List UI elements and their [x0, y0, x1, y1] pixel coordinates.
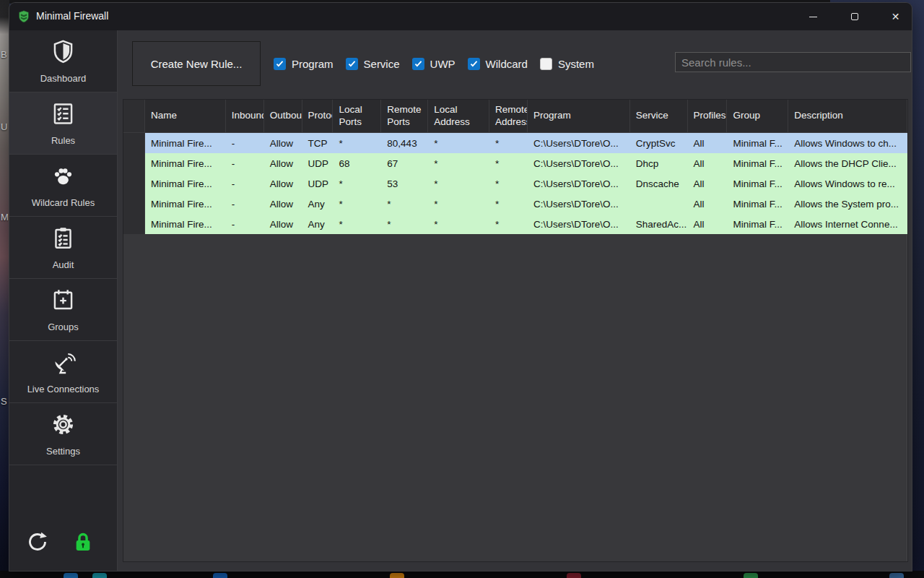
checkbox-checked-icon[interactable] — [274, 58, 286, 70]
column-header-outbound[interactable]: Outbound — [264, 100, 302, 132]
table-cell-program[interactable]: C:\Users\DTore\O... — [528, 194, 630, 214]
table-cell-service[interactable]: Dhcp — [630, 153, 688, 173]
table-cell-description[interactable]: Allows Windows to re... — [788, 173, 907, 194]
table-cell-name[interactable]: Minimal Fire... — [145, 214, 226, 234]
table-cell-name[interactable]: Minimal Fire... — [145, 153, 226, 173]
table-cell-inbound[interactable]: - — [226, 153, 264, 173]
filter-checkbox-program[interactable]: Program — [274, 58, 334, 70]
close-button[interactable]: ✕ — [875, 3, 912, 30]
table-cell-protocol[interactable]: UDP — [302, 153, 334, 173]
table-cell-local-address[interactable]: * — [428, 133, 489, 153]
filter-checkbox-service[interactable]: Service — [346, 58, 400, 70]
row-selector-cell[interactable] — [123, 133, 145, 153]
table-cell-remote-address[interactable]: * — [489, 133, 528, 153]
column-header-program[interactable]: Program — [528, 100, 630, 132]
table-cell-profiles[interactable]: All — [688, 214, 728, 234]
table-cell-outbound[interactable]: Allow — [264, 194, 302, 214]
table-cell-protocol[interactable]: TCP — [302, 133, 334, 153]
column-header-profiles[interactable]: Profiles — [688, 100, 728, 132]
table-cell-group[interactable]: Minimal F... — [727, 173, 788, 194]
table-cell-group[interactable]: Minimal F... — [727, 153, 788, 173]
taskbar-icon[interactable] — [213, 573, 227, 578]
table-cell-remote-address[interactable]: * — [489, 173, 528, 194]
table-cell-local-address[interactable]: * — [428, 173, 489, 194]
table-cell-remote-ports[interactable]: 67 — [381, 153, 428, 173]
refresh-button[interactable] — [25, 529, 51, 555]
table-cell-remote-address[interactable]: * — [489, 214, 528, 234]
table-cell-outbound[interactable]: Allow — [264, 153, 302, 173]
row-selector-header[interactable] — [123, 100, 145, 132]
row-selector-cell[interactable] — [123, 214, 145, 234]
sidebar-item-audit[interactable]: Audit — [9, 217, 117, 279]
column-header-remote-ports[interactable]: Remote Ports — [381, 100, 428, 132]
table-cell-outbound[interactable]: Allow — [264, 214, 302, 234]
table-cell-protocol[interactable]: UDP — [302, 173, 334, 194]
sidebar-item-settings[interactable]: Settings — [9, 403, 117, 465]
table-cell-service[interactable]: CryptSvc — [630, 133, 688, 153]
filter-checkbox-wildcard[interactable]: Wildcard — [468, 58, 528, 70]
table-cell-inbound[interactable]: - — [226, 133, 264, 153]
table-cell-program[interactable]: C:\Users\DTore\O... — [528, 133, 630, 153]
table-cell-remote-ports[interactable]: 80,443 — [381, 133, 428, 153]
taskbar-icon[interactable] — [889, 573, 904, 578]
row-selector-cell[interactable] — [123, 153, 145, 173]
table-cell-protocol[interactable]: Any — [302, 214, 334, 234]
table-cell-program[interactable]: C:\Users\DTore\O... — [528, 173, 630, 194]
table-cell-remote-address[interactable]: * — [489, 153, 528, 173]
table-cell-inbound[interactable]: - — [226, 194, 264, 214]
filter-checkbox-system[interactable]: System — [540, 58, 594, 70]
lock-status-button[interactable] — [71, 530, 95, 553]
sidebar-item-rules[interactable]: Rules — [9, 92, 117, 155]
taskbar-icon[interactable] — [744, 573, 758, 578]
table-cell-inbound[interactable]: - — [226, 214, 264, 234]
checkbox-checked-icon[interactable] — [468, 58, 480, 70]
filter-checkbox-uwp[interactable]: UWP — [412, 58, 456, 70]
table-cell-description[interactable]: Allows the System pro... — [788, 194, 907, 214]
table-row[interactable]: Minimal Fire...-AllowTCP*80,443**C:\User… — [123, 133, 907, 153]
table-cell-name[interactable]: Minimal Fire... — [145, 194, 226, 214]
table-cell-description[interactable]: Allows Internet Conne... — [788, 214, 907, 234]
table-cell-outbound[interactable]: Allow — [264, 133, 302, 153]
column-header-remote-address[interactable]: Remote Address — [489, 100, 528, 132]
checkbox-checked-icon[interactable] — [412, 58, 424, 70]
table-cell-service[interactable] — [630, 194, 688, 214]
create-new-rule-button[interactable]: Create New Rule... — [132, 41, 261, 86]
table-cell-remote-ports[interactable]: * — [381, 214, 428, 234]
table-cell-local-ports[interactable]: 68 — [333, 153, 381, 173]
search-input[interactable] — [675, 52, 911, 72]
column-header-inbound[interactable]: Inbound — [226, 100, 264, 132]
table-cell-local-ports[interactable]: * — [333, 194, 381, 214]
column-header-local-ports[interactable]: Local Ports — [333, 100, 381, 132]
table-cell-outbound[interactable]: Allow — [264, 173, 302, 194]
table-cell-protocol[interactable]: Any — [302, 194, 334, 214]
table-row[interactable]: Minimal Fire...-AllowAny****C:\Users\DTo… — [123, 214, 907, 234]
sidebar-item-wildcard-rules[interactable]: Wildcard Rules — [9, 155, 117, 217]
table-cell-inbound[interactable]: - — [226, 173, 264, 194]
column-header-group[interactable]: Group — [727, 100, 788, 132]
table-cell-local-address[interactable]: * — [428, 194, 489, 214]
column-header-local-address[interactable]: Local Address — [428, 100, 489, 132]
sidebar-item-live-connections[interactable]: Live Connections — [9, 341, 117, 403]
sidebar-item-dashboard[interactable]: Dashboard — [9, 30, 117, 92]
row-selector-cell[interactable] — [123, 194, 145, 214]
table-cell-service[interactable]: Dnscache — [630, 173, 688, 194]
column-header-name[interactable]: Name — [145, 100, 226, 132]
table-cell-remote-ports[interactable]: * — [381, 194, 428, 214]
row-selector-cell[interactable] — [123, 173, 145, 194]
table-cell-program[interactable]: C:\Users\DTore\O... — [528, 153, 630, 173]
table-cell-group[interactable]: Minimal F... — [727, 214, 788, 234]
taskbar-icon[interactable] — [64, 573, 78, 578]
table-cell-profiles[interactable]: All — [688, 153, 728, 173]
table-cell-service[interactable]: SharedAc... — [630, 214, 688, 234]
table-cell-remote-address[interactable]: * — [489, 194, 528, 214]
taskbar-icon[interactable] — [567, 573, 581, 578]
checkbox-unchecked-icon[interactable] — [540, 58, 552, 70]
table-cell-local-address[interactable]: * — [428, 214, 489, 234]
table-cell-name[interactable]: Minimal Fire... — [145, 173, 226, 194]
table-cell-program[interactable]: C:\Users\DTore\O... — [528, 214, 630, 234]
maximize-button[interactable] — [834, 3, 875, 30]
table-cell-profiles[interactable]: All — [688, 133, 728, 153]
taskbar-icon[interactable] — [390, 573, 404, 578]
table-cell-group[interactable]: Minimal F... — [727, 133, 788, 153]
table-cell-local-ports[interactable]: * — [333, 214, 381, 234]
